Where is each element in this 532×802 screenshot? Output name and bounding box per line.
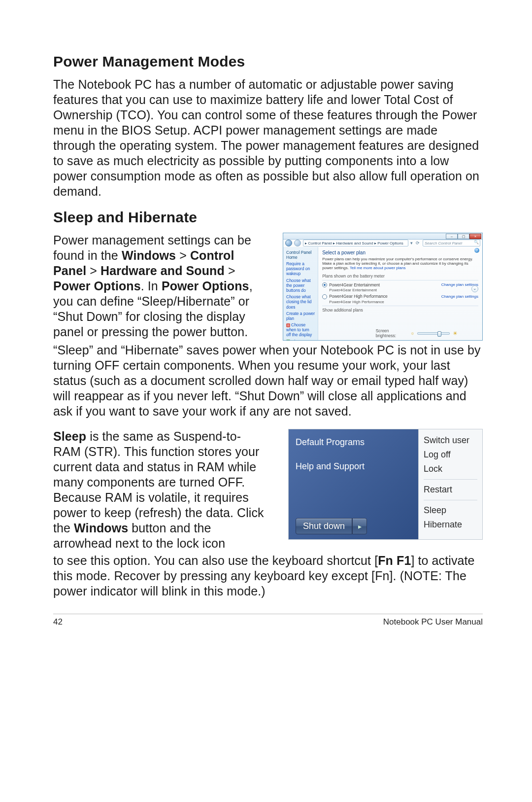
sidebar-link[interactable]: Require a password on wakeup [286,261,315,277]
plans-label: Plans shown on the battery meter [322,274,478,279]
heading-power-management-modes: Power Management Modes [53,53,483,70]
brightness-slider[interactable] [417,332,450,335]
change-plan-link[interactable]: Change plan settings [441,294,478,299]
brightness-low-icon: ☼ [410,331,414,336]
radio-icon[interactable] [322,294,327,299]
row-sleep-with-figure: Sleep is the same as Suspend-to-RAM (STR… [53,429,483,551]
sidebar-link[interactable]: Choose when to turn off the display [286,322,315,338]
para-sleep-str: Sleep is the same as Suspend-to-RAM (STR… [53,429,268,551]
main-title: Select a power plan [322,250,478,255]
footer-rule [53,614,483,614]
plan-subtitle: Power4Gear High Performance [329,300,478,304]
main-description: Power plans can help you maximize your c… [322,257,478,271]
address-bar-row: ▸ Control Panel ▸ Hardware and Sound ▸ P… [285,240,480,246]
manual-title: Notebook PC User Manual [383,617,483,627]
row-sleephibernate-with-figure: Power management settings can be found i… [53,233,483,341]
figure-power-options-window: – ▢ × ▸ Control Panel ▸ Hardware and Sou… [283,233,483,341]
nav-forward-icon[interactable] [294,240,301,246]
min-button[interactable]: – [446,234,458,239]
page-number: 42 [53,617,63,627]
close-button[interactable]: × [469,234,481,239]
brightness-high-icon: ☀ [453,330,458,337]
display-icon [286,323,290,327]
sleep-icon [286,340,290,341]
brightness-control: Screen brightness: ☼ ☀ [376,328,458,338]
sidebar-link[interactable]: Choose what the power buttons do [286,278,315,293]
brightness-label: Screen brightness: [376,328,407,338]
menu-item-switch-user[interactable]: Switch user [424,433,477,448]
window-control-buttons[interactable]: – ▢ × [446,234,481,239]
menu-item-lock[interactable]: Lock [424,462,477,476]
para-power-management-intro: The Notebook PC has a number of automati… [53,77,483,199]
heading-sleep-and-hibernate: Sleep and Hibernate [53,209,483,226]
search-input[interactable]: Search Control Panel [423,240,480,246]
menu-item-restart[interactable]: Restart [424,483,477,497]
start-menu-link[interactable]: Help and Support [296,461,413,472]
para-sleep-activation: to see this option. You can also use the… [53,553,483,599]
power-options-main: Select a power plan Power plans can help… [318,247,482,340]
menu-item-log-off[interactable]: Log off [424,448,477,462]
slider-thumb[interactable] [437,331,441,337]
sidebar-link[interactable]: Change when the computer sleeps [286,339,315,341]
shutdown-flyout-menu: Switch user Log off Lock Restart Sleep H… [418,429,482,539]
chevron-right-icon: ▸ [358,523,362,530]
nav-back-icon[interactable] [285,240,292,246]
para-power-options-path: Power management settings can be found i… [53,233,263,340]
page-footer: 42 Notebook PC User Manual [53,617,483,627]
power-options-sidebar: Control Panel Home Require a password on… [283,247,318,340]
start-menu-left-panel: Default Programs Help and Support Shut d… [289,429,418,539]
sidebar-header: Control Panel Home [286,250,315,260]
shutdown-arrow-button[interactable]: ▸ [352,518,367,534]
radio-icon[interactable] [322,282,327,287]
figure-shutdown-menu: Default Programs Help and Support Shut d… [288,429,483,540]
menu-item-hibernate[interactable]: Hibernate [424,518,477,532]
start-menu-link[interactable]: Default Programs [296,437,413,448]
power-plan-row[interactable]: Power4Gear High Performance Change plan … [322,293,478,300]
plan-subtitle: Power4Gear Entertainment [329,288,478,292]
sidebar-link[interactable]: Create a power plan [286,311,315,321]
shutdown-button[interactable]: Shut down [296,518,352,534]
sidebar-link[interactable]: Choose what closing the lid does [286,294,315,310]
learn-more-link[interactable]: Tell me more about power plans [350,266,405,270]
power-plan-row[interactable]: Power4Gear Entertainment Change plan set… [322,282,478,288]
refresh-icon[interactable]: ⟳ [416,241,420,245]
max-button[interactable]: ▢ [458,234,469,239]
menu-item-sleep[interactable]: Sleep [424,503,477,518]
para-sleep-hibernate-behavior: “Sleep” and “Hibernate” saves power when… [53,343,483,419]
show-more-plans[interactable]: Show additional plans [322,308,478,313]
breadcrumb-bar[interactable]: ▸ Control Panel ▸ Hardware and Sound ▸ P… [303,240,408,246]
expand-icon[interactable]: ⌄ [471,285,478,292]
manual-page: Power Management Modes The Notebook PC h… [0,0,532,802]
